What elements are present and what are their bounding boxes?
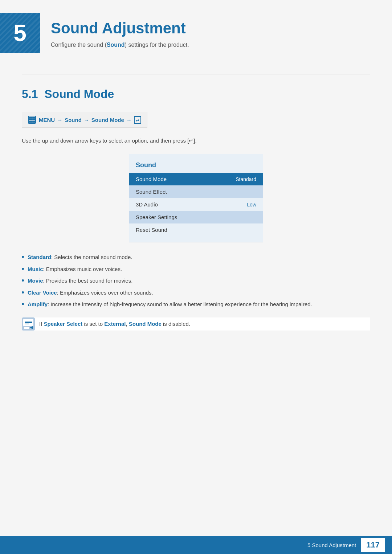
bullet-dot — [22, 291, 24, 294]
chapter-number: 5 — [13, 20, 26, 46]
bullet-dot — [22, 303, 24, 305]
sound-mode-label: Sound Mode — [136, 176, 167, 182]
bullet-list: Standard: Selects the normal sound mode.… — [22, 253, 370, 309]
menu-label: MENU — [39, 117, 55, 123]
reset-sound-label: Reset Sound — [136, 227, 167, 233]
bullet-label: Clear Voice — [28, 290, 57, 296]
chapter-number-block: 5 — [0, 13, 40, 53]
grid-icon — [29, 117, 35, 123]
note-mid: is set to — [82, 321, 104, 327]
bullet-text: Movie: Provides the best sound for movie… — [28, 277, 132, 285]
bullet-text: Music: Emphasizes music over voices. — [28, 265, 122, 274]
section-number: 5.1 — [22, 87, 38, 100]
sound-mode-value: Standard — [236, 176, 256, 182]
separator — [22, 74, 370, 74]
bullet-dot — [22, 268, 24, 270]
sound-menu-item-speaker-settings[interactable]: Speaker Settings — [129, 211, 263, 223]
menu-icon — [28, 116, 36, 124]
page-footer: 5 Sound Adjustment 117 — [0, 536, 392, 554]
note-icon — [22, 317, 35, 331]
bullet-desc: : Selects the normal sound mode. — [51, 254, 132, 260]
footer-page-number: 117 — [361, 538, 385, 552]
menu-arrow3: → — [126, 117, 132, 123]
bullet-label: Amplify — [28, 301, 48, 307]
bullet-dot — [22, 279, 24, 282]
section-title: 5.1 Sound Mode — [22, 84, 370, 101]
sound-menu-title: Sound — [129, 160, 263, 173]
note-bold2: External — [104, 321, 126, 327]
chapter-title: Sound Adjustment — [51, 20, 370, 37]
bullet-desc: : Emphasizes music over voices. — [43, 266, 122, 272]
menu-arrow1: → — [57, 117, 62, 123]
note-pre: If — [39, 321, 44, 327]
sound-menu-item-3d-audio[interactable]: 3D Audio Low — [129, 198, 263, 211]
sound-menu-item-reset-sound[interactable]: Reset Sound — [129, 223, 263, 236]
3d-audio-value: Low — [247, 202, 256, 208]
menu-arrow2: → — [84, 117, 89, 123]
enter-icon: ↵ — [134, 116, 141, 124]
subtitle-post: ) settings for the product. — [125, 42, 189, 48]
subtitle-bold: Sound — [107, 42, 125, 48]
bullet-desc: : Provides the best sound for movies. — [43, 278, 133, 284]
note-bold3: Sound Mode — [129, 321, 162, 327]
main-content: 5.1 Sound Mode MENU → Sound → Sound Mode… — [0, 64, 392, 352]
list-item: Standard: Selects the normal sound mode. — [22, 253, 370, 262]
list-item: Amplify: Increase the intensity of high-… — [22, 300, 370, 309]
list-item: Movie: Provides the best sound for movie… — [22, 277, 370, 285]
bullet-dot — [22, 256, 24, 258]
note-box: If Speaker Select is set to External, So… — [22, 317, 370, 331]
sound-menu-box: Sound Sound Mode Standard Sound Effect 3… — [129, 154, 263, 242]
note-post: is disabled. — [162, 321, 190, 327]
note-text: If Speaker Select is set to External, So… — [39, 317, 190, 328]
bullet-text: Clear Voice: Emphasizes voices over othe… — [28, 289, 153, 297]
list-item: Clear Voice: Emphasizes voices over othe… — [22, 289, 370, 297]
chapter-title-area: Sound Adjustment Configure the sound (So… — [40, 13, 370, 49]
bullet-desc: : Emphasizes voices over other sounds. — [57, 290, 153, 296]
chapter-header: 5 Sound Adjustment Configure the sound (… — [0, 0, 392, 64]
bullet-desc: : Increase the intensity of high-frequen… — [48, 301, 312, 307]
chapter-subtitle: Configure the sound (Sound) settings for… — [51, 41, 370, 49]
bullet-label: Standard — [28, 254, 51, 260]
note-comma: , — [126, 321, 129, 327]
sound-menu-item-sound-mode[interactable]: Sound Mode Standard — [129, 173, 263, 185]
instruction-text: Use the up and down arrow keys to select… — [22, 136, 370, 145]
bullet-label: Music — [28, 266, 43, 272]
list-item: Music: Emphasizes music over voices. — [22, 265, 370, 274]
speaker-settings-label: Speaker Settings — [136, 214, 177, 220]
3d-audio-label: 3D Audio — [136, 201, 158, 208]
svg-rect-2 — [24, 327, 29, 329]
bullet-text: Standard: Selects the normal sound mode. — [28, 253, 132, 262]
sound-menu-container: Sound Sound Mode Standard Sound Effect 3… — [22, 154, 370, 242]
menu-path: MENU → Sound → Sound Mode → ↵ — [22, 112, 147, 128]
sound-menu-item-sound-effect[interactable]: Sound Effect — [129, 185, 263, 198]
bullet-text: Amplify: Increase the intensity of high-… — [28, 300, 312, 309]
section-name: Sound Mode — [44, 87, 114, 100]
bullet-label: Movie — [28, 278, 43, 284]
menu-sound: Sound — [65, 117, 82, 123]
subtitle-pre: Configure the sound ( — [51, 42, 107, 48]
note-bold1: Speaker Select — [44, 321, 83, 327]
sound-effect-label: Sound Effect — [136, 189, 167, 195]
footer-text: 5 Sound Adjustment — [307, 542, 356, 548]
menu-sound-mode: Sound Mode — [91, 117, 124, 123]
